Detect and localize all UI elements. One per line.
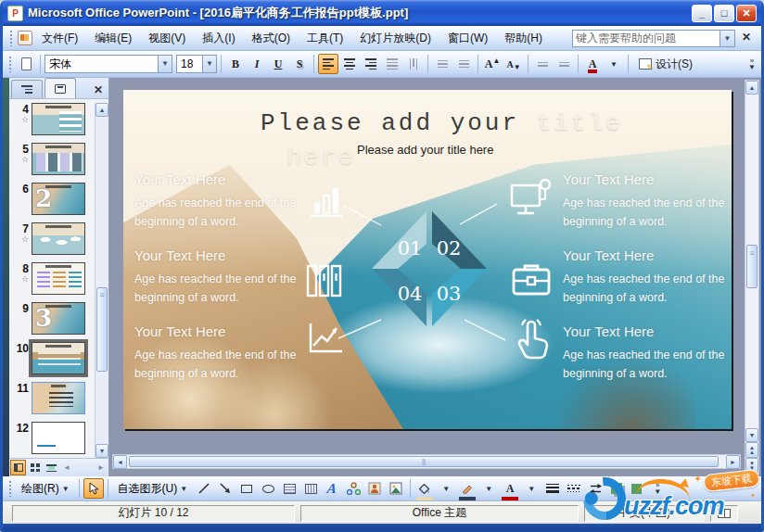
fill-color-dropdown-icon[interactable]: ▼ xyxy=(436,478,456,499)
toolbar-grip[interactable] xyxy=(9,30,13,46)
chevron-down-icon[interactable]: ▼ xyxy=(158,56,172,72)
scroll-up-icon[interactable]: ▲ xyxy=(96,103,108,117)
text-shadow-button[interactable]: S xyxy=(289,54,310,74)
decrease-font-size-button[interactable]: A▼ xyxy=(503,54,524,74)
close-button[interactable]: ✕ xyxy=(736,5,757,22)
vertical-text-box-button[interactable] xyxy=(300,478,321,499)
slide-thumbnail-4[interactable] xyxy=(32,103,85,135)
scroll-up-icon[interactable]: ▲ xyxy=(745,81,758,95)
slide-thumbnail-5[interactable] xyxy=(32,143,85,175)
autoshapes-button[interactable]: 自选图形(U)▼ xyxy=(112,478,194,499)
dash-style-button[interactable] xyxy=(564,478,584,499)
tab-outline[interactable] xyxy=(11,80,43,98)
menu-tools[interactable]: 工具(T) xyxy=(299,27,350,50)
rectangle-tool-button[interactable] xyxy=(236,478,257,499)
text-block-5[interactable]: Your Text Here Age has reached the end o… xyxy=(563,247,732,307)
font-size-combo[interactable]: 18 ▼ xyxy=(176,55,217,73)
insert-picture-button[interactable] xyxy=(386,478,406,499)
text-box-button[interactable] xyxy=(279,478,299,499)
toolbar-grip[interactable] xyxy=(8,480,12,497)
menu-edit[interactable]: 编辑(E) xyxy=(87,27,139,50)
slide-thumbnail-10-selected[interactable] xyxy=(32,342,85,374)
scroll-thumb[interactable] xyxy=(746,245,758,288)
normal-view-button[interactable] xyxy=(10,460,26,475)
menu-window[interactable]: 窗口(W) xyxy=(440,27,495,50)
vertical-scrollbar[interactable]: ▲ ▼ ▲▲ ▼▼ xyxy=(745,80,759,475)
font-color-dropdown-icon[interactable]: ▼ xyxy=(604,54,624,74)
scroll-right-icon[interactable]: ► xyxy=(726,455,740,469)
menu-view[interactable]: 视图(V) xyxy=(141,27,193,50)
slide-thumbnail-12[interactable] xyxy=(32,422,85,454)
wordart-button[interactable]: A xyxy=(322,478,342,499)
panel-horizontal-scrollbar[interactable]: ◄► xyxy=(60,463,108,472)
menu-insert[interactable]: 插入(I) xyxy=(195,27,242,50)
text-block-4[interactable]: Your Text Here Age has reached the end o… xyxy=(563,171,732,231)
clip-art-button[interactable] xyxy=(364,478,385,499)
design-button[interactable]: 设计(S) xyxy=(632,54,699,74)
maximize-button[interactable]: □ xyxy=(714,5,734,22)
align-right-button[interactable] xyxy=(361,54,381,74)
thumbnails-scrollbar[interactable]: ▲ ▼ xyxy=(95,103,108,458)
text-block-3[interactable]: Your Text Here Age has reached the end o… xyxy=(134,323,315,383)
slide-thumbnail-6[interactable]: 2 xyxy=(32,183,85,215)
fill-color-button[interactable] xyxy=(414,478,435,499)
scroll-track[interactable] xyxy=(127,455,726,468)
scroll-track[interactable] xyxy=(745,95,758,428)
diagram-button[interactable] xyxy=(343,478,363,499)
scroll-down-icon[interactable]: ▼ xyxy=(96,444,108,458)
select-objects-button[interactable] xyxy=(83,478,104,499)
menu-slideshow[interactable]: 幻灯片放映(D) xyxy=(352,27,439,50)
line-style-button[interactable] xyxy=(542,478,563,499)
arrow-tool-button[interactable] xyxy=(215,478,236,499)
underline-button[interactable]: U xyxy=(268,54,288,74)
text-block-2[interactable]: Your Text Here Age has reached the end o… xyxy=(134,247,315,307)
align-left-button[interactable] xyxy=(318,54,338,74)
help-dropdown-arrow-icon[interactable]: ▼ xyxy=(720,30,735,47)
slide-sorter-view-button[interactable] xyxy=(27,460,43,475)
help-question-input[interactable] xyxy=(572,30,720,47)
scroll-track[interactable] xyxy=(96,117,108,444)
slide-canvas[interactable]: 01 02 03 04 Please add your title here P… xyxy=(123,90,732,429)
slide-thumbnail-11[interactable] xyxy=(32,382,85,414)
minimize-button[interactable]: _ xyxy=(692,5,712,22)
text-block-1[interactable]: Your Text Here Age has reached the end o… xyxy=(134,171,315,231)
text-block-6[interactable]: Your Text Here Age has reached the end o… xyxy=(563,323,732,383)
scroll-left-icon[interactable]: ◄ xyxy=(113,455,127,469)
slide-title[interactable]: Please add your title here xyxy=(261,107,623,175)
menu-file[interactable]: 文件(F) xyxy=(34,27,85,50)
numbering-button xyxy=(432,54,452,74)
line-color-dropdown-icon[interactable]: ▼ xyxy=(478,478,499,499)
draw-font-color-button[interactable]: A xyxy=(500,478,520,499)
menubar-close-icon[interactable]: ✕ xyxy=(739,31,754,45)
scroll-down-icon[interactable]: ▼ xyxy=(745,428,758,442)
menu-help[interactable]: 帮助(H) xyxy=(497,27,550,50)
slide-thumbnail-7[interactable] xyxy=(32,222,85,255)
chevron-down-icon[interactable]: ▼ xyxy=(202,56,216,72)
italic-button[interactable]: I xyxy=(247,54,267,74)
slide-thumbnail-8[interactable] xyxy=(32,262,85,295)
font-name-combo[interactable]: 宋体 ▼ xyxy=(45,55,172,73)
horizontal-scrollbar[interactable]: ◄ ► xyxy=(112,454,741,469)
increase-font-size-button[interactable]: A▲ xyxy=(482,54,503,74)
toolbar-options-icon[interactable]: »▼ xyxy=(745,57,758,70)
panel-close-icon[interactable]: ✕ xyxy=(90,83,107,98)
line-tool-button[interactable] xyxy=(194,478,214,499)
tab-slides[interactable] xyxy=(45,78,76,98)
slide-subtitle[interactable]: Please add your title here xyxy=(357,143,493,157)
draw-font-color-dropdown-icon[interactable]: ▼ xyxy=(521,478,541,499)
oval-tool-button[interactable] xyxy=(258,478,278,499)
slideshow-view-button[interactable] xyxy=(44,460,59,475)
menu-format[interactable]: 格式(O) xyxy=(245,27,298,50)
scroll-thumb[interactable] xyxy=(129,456,719,467)
slide-thumbnail-9[interactable]: 3 xyxy=(32,302,85,335)
draw-menu-button[interactable]: 绘图(R)▼ xyxy=(16,478,75,499)
line-color-button[interactable] xyxy=(457,478,478,499)
title-bar[interactable]: P Microsoft Office PowerPoint - [2016扁平化… xyxy=(3,0,761,26)
toolbar-grip[interactable] xyxy=(8,56,12,72)
scroll-thumb[interactable] xyxy=(96,287,108,373)
previous-slide-button[interactable]: ▲▲ xyxy=(745,442,758,458)
bold-button[interactable]: B xyxy=(225,54,246,74)
align-center-button[interactable] xyxy=(339,54,360,74)
font-color-button[interactable]: A xyxy=(582,54,603,74)
new-slide-button[interactable] xyxy=(16,54,36,74)
